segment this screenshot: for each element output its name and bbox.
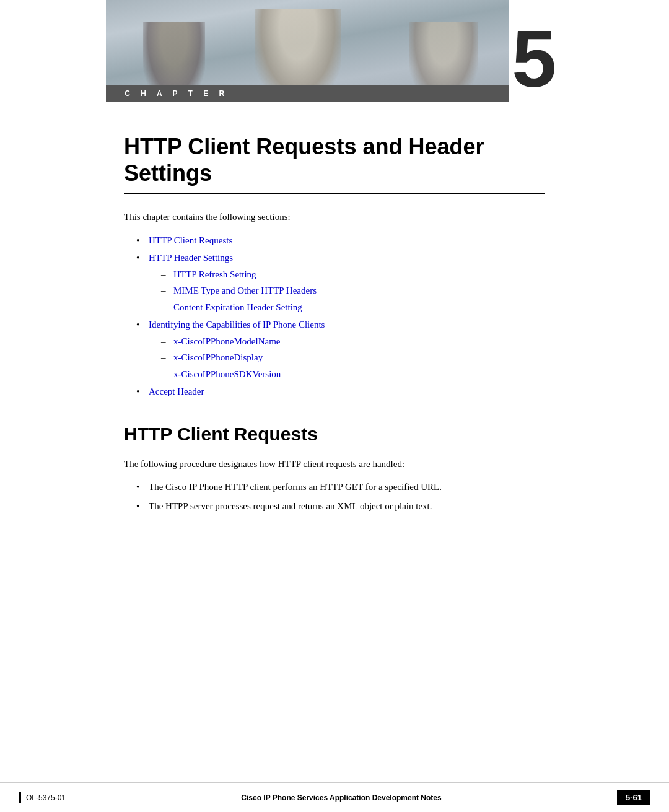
toc-subitem-3-1: x-CiscoIPPhoneModelName — [161, 334, 545, 349]
header-inner: C H A P T E R 5 — [106, 0, 562, 102]
toc-link-1[interactable]: HTTP Client Requests — [149, 235, 232, 245]
intro-paragraph: This chapter contains the following sect… — [124, 210, 545, 224]
toc-subitem-3-2: x-CiscoIPPhoneDisplay — [161, 351, 545, 365]
toc-link-3[interactable]: Identifying the Capabilities of IP Phone… — [149, 320, 325, 330]
toc-sublink-3-3[interactable]: x-CiscoIPPhoneSDKVersion — [173, 369, 281, 379]
toc-item-1: HTTP Client Requests — [136, 234, 545, 248]
section1-bullet-2-text: The HTPP server processes request and re… — [149, 501, 432, 511]
toc-subitem-2-2: MIME Type and Other HTTP Headers — [161, 284, 545, 298]
section1-bullet-list: The Cisco IP Phone HTTP client performs … — [136, 480, 545, 513]
toc-subitem-3-3: x-CiscoIPPhoneSDKVersion — [161, 367, 545, 382]
toc-link-4[interactable]: Accept Header — [149, 386, 204, 396]
footer-doc-id: OL-5375-01 — [26, 793, 66, 802]
chapter-number-column: 5 — [509, 19, 562, 102]
toc-sublist-3: x-CiscoIPPhoneModelName x-CiscoIPPhoneDi… — [161, 334, 545, 382]
toc-sublink-3-2[interactable]: x-CiscoIPPhoneDisplay — [173, 352, 263, 362]
toc-sublist-2: HTTP Refresh Setting MIME Type and Other… — [161, 268, 545, 315]
chapter-title: HTTP Client Requests and Header Settings — [124, 133, 545, 186]
chapter-number: 5 — [512, 19, 562, 102]
section1-bullet-1-text: The Cisco IP Phone HTTP client performs … — [149, 482, 442, 492]
chapter-label-text: C H A P T E R — [125, 89, 229, 98]
toc-sublink-3-1[interactable]: x-CiscoIPPhoneModelName — [173, 336, 280, 346]
section1-intro: The following procedure designates how H… — [124, 457, 545, 471]
toc-sublink-2-1[interactable]: HTTP Refresh Setting — [173, 269, 256, 279]
title-divider — [124, 193, 545, 194]
page-footer: OL-5375-01 Cisco IP Phone Services Appli… — [0, 782, 669, 812]
toc-subitem-2-3: Content Expiration Header Setting — [161, 300, 545, 315]
content-area: HTTP Client Requests and Header Settings… — [124, 102, 545, 513]
section1-bullet-1: The Cisco IP Phone HTTP client performs … — [136, 480, 545, 494]
footer-page-number: 5-61 — [617, 790, 650, 805]
toc-list: HTTP Client Requests HTTP Header Setting… — [136, 234, 545, 399]
page-container: C H A P T E R 5 HTTP Client Requests and… — [0, 0, 669, 812]
toc-item-3: Identifying the Capabilities of IP Phone… — [136, 318, 545, 381]
section1-heading: HTTP Client Requests — [124, 424, 545, 445]
footer-bar-icon — [19, 792, 21, 803]
toc-item-4: Accept Header — [136, 385, 545, 399]
toc-item-2: HTTP Header Settings HTTP Refresh Settin… — [136, 251, 545, 314]
footer-doc-title: Cisco IP Phone Services Application Deve… — [241, 793, 441, 802]
chapter-label-bar: C H A P T E R — [106, 85, 509, 102]
section1-bullet-2: The HTPP server processes request and re… — [136, 499, 545, 513]
toc-sublink-2-3[interactable]: Content Expiration Header Setting — [173, 302, 302, 312]
toc-sublink-2-2[interactable]: MIME Type and Other HTTP Headers — [173, 286, 317, 295]
footer-center: Cisco IP Phone Services Application Deve… — [241, 793, 441, 802]
toc-subitem-2-1: HTTP Refresh Setting — [161, 268, 545, 282]
footer-left: OL-5375-01 — [19, 792, 66, 803]
toc-link-2[interactable]: HTTP Header Settings — [149, 253, 233, 263]
chapter-header: C H A P T E R 5 — [0, 0, 669, 102]
chapter-image: C H A P T E R — [106, 0, 509, 102]
